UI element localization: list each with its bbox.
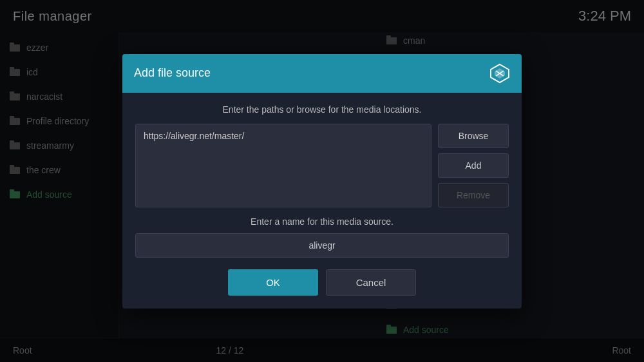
side-buttons: Browse Add Remove: [438, 124, 509, 207]
dialog-hint-paths: Enter the paths or browse for the media …: [135, 104, 509, 115]
name-value: alivegr: [308, 240, 335, 251]
modal-overlay: Add file source Enter the paths or brows…: [0, 0, 644, 362]
add-file-source-dialog: Add file source Enter the paths or brows…: [122, 54, 522, 309]
add-button[interactable]: Add: [438, 153, 509, 178]
cancel-button[interactable]: Cancel: [326, 269, 416, 296]
dialog-title: Add file source: [134, 66, 211, 80]
dialog-body: Enter the paths or browse for the media …: [122, 93, 522, 309]
dialog-header: Add file source: [122, 54, 522, 93]
remove-button[interactable]: Remove: [438, 183, 509, 207]
dialog-path-row: https://alivegr.net/master/ Browse Add R…: [135, 124, 509, 207]
path-input-area[interactable]: https://alivegr.net/master/: [135, 124, 431, 207]
dialog-hint-name: Enter a name for this media source.: [135, 216, 509, 227]
path-text: https://alivegr.net/master/: [144, 131, 244, 141]
name-input[interactable]: alivegr: [135, 233, 509, 258]
kodi-logo-icon: [489, 63, 510, 84]
dialog-actions: OK Cancel: [135, 269, 509, 296]
ok-button[interactable]: OK: [228, 269, 318, 296]
browse-button[interactable]: Browse: [438, 124, 509, 148]
